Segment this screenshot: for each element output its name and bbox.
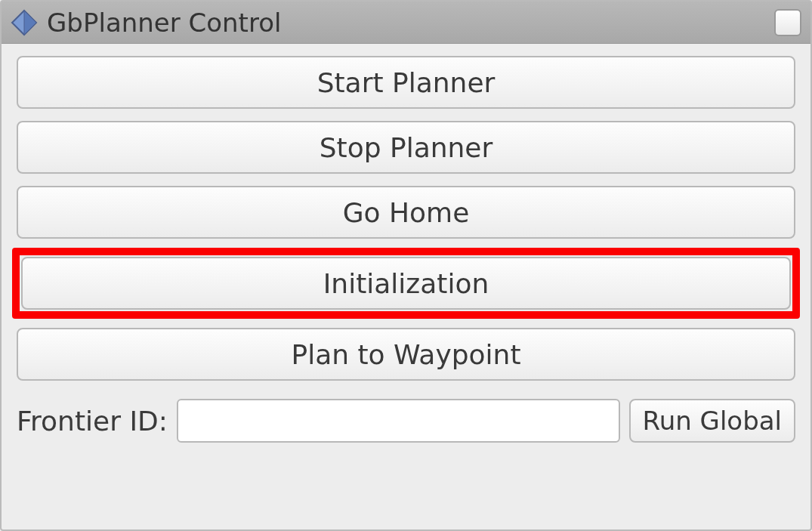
start-planner-button[interactable]: Start Planner — [17, 56, 795, 109]
go-home-button[interactable]: Go Home — [17, 186, 795, 239]
plan-to-waypoint-button[interactable]: Plan to Waypoint — [17, 328, 795, 381]
collapse-button[interactable] — [774, 9, 801, 36]
frontier-id-input[interactable] — [177, 399, 620, 443]
frontier-row: Frontier ID: Run Global — [17, 399, 795, 443]
title-bar: GbPlanner Control — [2, 2, 810, 44]
highlight-box: Initialization — [12, 248, 800, 319]
frontier-id-label: Frontier ID: — [17, 406, 168, 437]
run-global-button[interactable]: Run Global — [629, 399, 795, 443]
svg-marker-1 — [24, 11, 36, 35]
panel-title: GbPlanner Control — [47, 8, 774, 38]
panel-icon — [11, 9, 38, 36]
panel-content: Start Planner Stop Planner Go Home Initi… — [2, 44, 810, 455]
gbplanner-control-panel: GbPlanner Control Start Planner Stop Pla… — [0, 0, 812, 531]
initialization-button[interactable]: Initialization — [21, 257, 791, 310]
stop-planner-button[interactable]: Stop Planner — [17, 121, 795, 174]
